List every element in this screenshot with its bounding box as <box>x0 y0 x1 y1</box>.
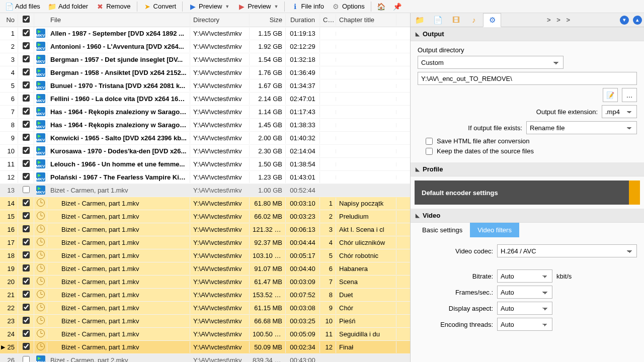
row-checkbox[interactable] <box>23 68 30 75</box>
tab-video-filters[interactable]: Video filters <box>470 223 519 237</box>
file-info-button[interactable]: ℹFile info <box>288 2 327 12</box>
row-checkbox[interactable] <box>23 343 30 350</box>
add-files-button[interactable]: 📄Add files <box>2 2 43 12</box>
row-checkbox[interactable] <box>23 173 30 180</box>
row-checkbox[interactable] <box>23 251 30 258</box>
save-html-checkbox[interactable] <box>426 138 433 145</box>
col-no[interactable]: No <box>0 14 18 26</box>
row-checkbox[interactable] <box>23 186 30 193</box>
row-checkbox[interactable] <box>23 81 30 88</box>
video-aspect[interactable]: Auto <box>497 302 552 315</box>
col-chapter[interactable]: Ch... <box>320 14 336 26</box>
table-row[interactable]: 15 Bizet - Carmen, part 1.mkv Y:\AV\vcte… <box>0 210 410 223</box>
row-checkbox[interactable] <box>23 238 30 245</box>
row-checkbox[interactable] <box>23 304 30 311</box>
collapse-up-icon[interactable]: ▴ <box>633 16 642 25</box>
row-checkbox[interactable] <box>23 55 30 62</box>
convert-button[interactable]: ➤Convert <box>140 2 180 12</box>
table-row[interactable]: 7 Has - 1964 - Rękopis znaleziony w Sara… <box>0 106 410 119</box>
table-row[interactable]: 1 Allen - 1987 - September [DVD x264 189… <box>0 27 410 40</box>
col-directory[interactable]: Directory <box>190 14 250 26</box>
table-row[interactable]: 2 Antonioni - 1960 - L'Avventura [DVD x2… <box>0 40 410 53</box>
collapse-down-icon[interactable]: ▾ <box>620 16 629 25</box>
output-dir-mode[interactable]: Custom <box>418 56 564 69</box>
options-button[interactable]: ⚙Options <box>329 2 368 12</box>
table-row[interactable]: 26 Bizet - Carmen, part 2.mkv Y:\AV\vcte… <box>0 354 410 362</box>
table-row[interactable]: 6 Fellini - 1960 - La dolce vita [DVD x2… <box>0 93 410 106</box>
add-folder-button[interactable]: 📁Add folder <box>45 2 91 12</box>
row-checkbox[interactable] <box>23 356 30 362</box>
video-fps[interactable]: Auto <box>497 286 552 299</box>
row-checkbox[interactable] <box>23 95 30 102</box>
output-section-header[interactable]: ◣Output <box>411 27 644 41</box>
output-ext[interactable]: .mp4 <box>602 105 637 118</box>
table-row[interactable]: 13 Bizet - Carmen, part 1.mkv Y:\AV\vcte… <box>0 184 410 197</box>
table-row[interactable]: 18 Bizet - Carmen, part 1.mkv Y:\AV\vcte… <box>0 249 410 262</box>
tab-output-icon[interactable]: 📁 <box>411 13 429 27</box>
cell-dir: Y:\AV\vctest\mkv <box>190 198 250 209</box>
tab-document-icon[interactable]: 📄 <box>429 13 447 27</box>
preview1-button[interactable]: ▶Preview▼ <box>186 2 232 12</box>
table-row[interactable]: 4 Bergman - 1958 - Ansiktet [DVD x264 21… <box>0 66 410 79</box>
video-threads[interactable]: Auto <box>497 318 552 331</box>
profile-dropdown-icon[interactable] <box>629 180 640 205</box>
table-row[interactable]: 10 Kurosawa - 1970 - Dodes'ka-den [DVD x… <box>0 145 410 158</box>
tab-settings-icon[interactable]: ⚙ <box>483 13 501 27</box>
keep-dates-checkbox[interactable] <box>426 148 433 155</box>
col-duration[interactable]: Duration <box>286 14 320 26</box>
table-row[interactable]: 12 Polański - 1967 - The Fearless Vampir… <box>0 171 410 184</box>
row-checkbox[interactable] <box>23 121 30 128</box>
table-row[interactable]: 14 Bizet - Carmen, part 1.mkv Y:\AV\vcte… <box>0 197 410 210</box>
table-row[interactable]: 24 Bizet - Carmen, part 1.mkv Y:\AV\vcte… <box>0 328 410 341</box>
table-row[interactable]: 9 Konwicki - 1965 - Salto [DVD x264 2396… <box>0 132 410 145</box>
output-dir-path[interactable] <box>418 72 637 85</box>
row-checkbox[interactable] <box>23 225 30 232</box>
check-all[interactable] <box>23 16 30 23</box>
row-checkbox[interactable] <box>23 199 30 206</box>
col-file[interactable]: File <box>47 14 190 26</box>
row-checkbox[interactable] <box>23 212 30 219</box>
table-row[interactable]: 20 Bizet - Carmen, part 1.mkv Y:\AV\vcte… <box>0 276 410 289</box>
row-checkbox[interactable] <box>23 29 30 36</box>
tab-video-icon[interactable]: 🎞 <box>447 13 465 27</box>
table-row[interactable]: 5 Bunuel - 1970 - Tristana [DVD x264 208… <box>0 79 410 93</box>
table-row[interactable]: 19 Bizet - Carmen, part 1.mkv Y:\AV\vcte… <box>0 262 410 276</box>
tab-audio-icon[interactable]: ♪ <box>465 13 483 27</box>
table-row[interactable]: 3 Bergman - 1957 - Det sjunde inseglet [… <box>0 53 410 66</box>
row-checkbox[interactable] <box>23 42 30 49</box>
video-codec[interactable]: H.264 / AVC <box>497 244 637 257</box>
row-checkbox[interactable] <box>23 160 30 167</box>
table-row[interactable]: 17 Bizet - Carmen, part 1.mkv Y:\AV\vcte… <box>0 236 410 249</box>
table-row[interactable]: 22 Bizet - Carmen, part 1.mkv Y:\AV\vcte… <box>0 302 410 315</box>
table-row[interactable]: 21 Bizet - Carmen, part 1.mkv Y:\AV\vcte… <box>0 289 410 302</box>
row-checkbox[interactable] <box>23 108 30 115</box>
row-checkbox[interactable] <box>23 317 30 324</box>
home-button[interactable]: 🏠 <box>374 2 388 12</box>
table-row[interactable]: 11 Lelouch - 1966 - Un homme et une femm… <box>0 158 410 171</box>
edit-path-button[interactable]: 📝 <box>603 88 618 102</box>
table-row[interactable]: 16 Bizet - Carmen, part 1.mkv Y:\AV\vcte… <box>0 223 410 236</box>
row-checkbox[interactable] <box>23 147 30 154</box>
video-bitrate[interactable]: Auto <box>497 269 552 283</box>
browse-path-button[interactable]: … <box>622 88 637 102</box>
row-checkbox[interactable] <box>23 330 30 337</box>
video-section-header[interactable]: ◣Video <box>411 209 644 223</box>
col-chapter-title[interactable]: Chapter title <box>336 14 396 26</box>
table-row[interactable]: ▶ 25 Bizet - Carmen, part 1.mkv Y:\AV\vc… <box>0 341 410 354</box>
row-checkbox[interactable] <box>23 264 30 272</box>
table-row[interactable]: 23 Bizet - Carmen, part 1.mkv Y:\AV\vcte… <box>0 315 410 328</box>
row-checkbox[interactable] <box>23 134 30 141</box>
row-checkbox[interactable] <box>23 291 30 298</box>
table-row[interactable]: 8 Has - 1964 - Rękopis znaleziony w Sara… <box>0 119 410 132</box>
col-check[interactable] <box>18 14 34 26</box>
col-size[interactable]: Size <box>250 14 286 26</box>
expand-tabs[interactable]: > > > <box>501 16 618 24</box>
output-exists[interactable]: Rename file <box>526 121 637 134</box>
pin-button[interactable]: 📌 <box>390 2 405 12</box>
profile-section-header[interactable]: ◣Profile <box>411 162 644 176</box>
remove-button[interactable]: ✖Remove <box>93 2 133 12</box>
tab-basic-settings[interactable]: Basic settings <box>415 223 470 237</box>
preview2-button[interactable]: ▶Preview▼ <box>234 2 281 12</box>
profile-selector[interactable]: Default encoder settings <box>415 180 640 205</box>
row-checkbox[interactable] <box>23 278 30 285</box>
